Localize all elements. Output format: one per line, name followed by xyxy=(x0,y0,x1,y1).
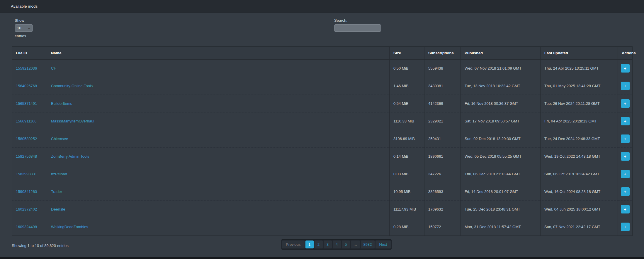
size-cell: 0.54 MiB xyxy=(390,95,424,112)
published-cell: Sat, 17 Nov 2018 09:50:57 GMT xyxy=(461,112,541,130)
last-updated-cell: Fri, 04 Apr 2025 20:28:13 GMT xyxy=(541,112,618,130)
actions-cell: + xyxy=(618,77,633,95)
column-header-subscriptions[interactable]: Subscriptions xyxy=(424,47,461,60)
pagination-page-button-4[interactable]: 4 xyxy=(333,240,341,248)
pagination-previous-button[interactable]: Previous xyxy=(282,240,305,248)
mod-name-link[interactable]: WalkingDeadZombies xyxy=(51,225,88,229)
table-row: 1590841260Trader10.95 MiB3826593Fri, 14 … xyxy=(12,183,633,201)
published-cell: Sun, 02 Dec 2018 13:29:30 GMT xyxy=(461,130,541,148)
mod-name-link[interactable]: Community-Online-Tools xyxy=(51,84,93,88)
last-updated-cell: Tue, 24 Dec 2024 22:48:33 GMT xyxy=(541,130,618,148)
published-cell: Thu, 06 Dec 2018 21:13:44 GMT xyxy=(461,165,541,183)
pagination-page-button-8982[interactable]: 8982 xyxy=(361,240,375,248)
entries-label: entries xyxy=(15,34,33,38)
mod-name-link[interactable]: ZomBerry Admin Tools xyxy=(51,154,89,159)
table-row: 1564026768Community-Online-Tools1.46 MiB… xyxy=(12,77,633,95)
file-id-cell: 1566911166 xyxy=(12,112,47,130)
last-updated-cell: Sun, 07 Nov 2021 22:42:17 GMT xyxy=(541,218,618,236)
file-id-cell: 1582756848 xyxy=(12,148,47,165)
last-updated-cell: Sun, 06 Oct 2019 18:34:42 GMT xyxy=(541,165,618,183)
mod-name-cell: MasssManyItemOverhaul xyxy=(47,112,390,130)
panel-header: Available mods xyxy=(0,0,644,13)
column-header-file-id[interactable]: File ID xyxy=(12,47,47,60)
file-id-cell: 1564026768 xyxy=(12,77,47,95)
last-updated-cell: Tue, 26 Nov 2024 20:11:28 GMT xyxy=(541,95,618,112)
show-label: Show xyxy=(15,18,33,23)
table-row: 1566911166MasssManyItemOverhaul1110.33 M… xyxy=(12,112,633,130)
add-mod-button[interactable]: + xyxy=(621,82,630,90)
column-header-name[interactable]: Name xyxy=(47,47,390,60)
add-mod-button[interactable]: + xyxy=(621,187,630,196)
column-header-published[interactable]: Published xyxy=(461,47,541,60)
column-header-actions[interactable]: Actions xyxy=(618,47,633,60)
table-row: 1602372402DeerIsle11117.93 MiB1709632Tue… xyxy=(12,201,633,218)
add-mod-button[interactable]: + xyxy=(621,64,630,73)
file-id-link[interactable]: 1590841260 xyxy=(16,189,37,194)
subscriptions-cell: 3826593 xyxy=(424,183,461,201)
column-header-size[interactable]: Size xyxy=(390,47,424,60)
file-id-link[interactable]: 1580589252 xyxy=(16,137,37,141)
add-mod-button[interactable]: + xyxy=(621,170,630,178)
file-id-link[interactable]: 1583993331 xyxy=(16,172,37,176)
showing-entries-text: Showing 1 to 10 of 89,820 entries xyxy=(12,243,69,248)
pagination-page-button-1[interactable]: 1 xyxy=(305,240,314,248)
subscriptions-cell: 2329021 xyxy=(424,112,461,130)
size-cell: 0.28 MiB xyxy=(390,218,424,236)
table-row: 1559212036CF0.50 MiB5559438Wed, 07 Nov 2… xyxy=(12,60,633,77)
chevron-down-icon: ⌄ xyxy=(27,26,31,30)
last-updated-cell: Wed, 04 Jun 2025 18:00:12 GMT xyxy=(541,201,618,218)
file-id-link[interactable]: 1582756848 xyxy=(16,154,37,159)
file-id-link[interactable]: 1565871491 xyxy=(16,101,37,106)
page-length-value: 10 xyxy=(17,26,21,30)
mod-name-link[interactable]: BuilderItems xyxy=(51,101,72,106)
table-header-row: File IDNameSizeSubscriptionsPublishedLas… xyxy=(12,47,633,60)
actions-cell: + xyxy=(618,183,633,201)
actions-cell: + xyxy=(618,165,633,183)
subscriptions-cell: 250431 xyxy=(424,130,461,148)
add-mod-button[interactable]: + xyxy=(621,99,630,108)
size-cell: 10.95 MiB xyxy=(390,183,424,201)
table-row: 1565871491BuilderItems0.54 MiB4142369Fri… xyxy=(12,95,633,112)
file-id-link[interactable]: 1609324498 xyxy=(16,225,37,229)
file-id-link[interactable]: 1602372402 xyxy=(16,207,37,211)
add-mod-button[interactable]: + xyxy=(621,223,630,231)
page-title: Available mods xyxy=(11,4,38,9)
file-id-cell: 1590841260 xyxy=(12,183,47,201)
file-id-link[interactable]: 1559212036 xyxy=(16,66,37,70)
pagination-page-button-2[interactable]: 2 xyxy=(315,240,323,248)
search-input[interactable] xyxy=(334,24,381,32)
mod-name-link[interactable]: Trader xyxy=(51,189,62,194)
actions-cell: + xyxy=(618,201,633,218)
table-row: 1609324498WalkingDeadZombies0.28 MiB1507… xyxy=(12,218,633,236)
add-mod-button[interactable]: + xyxy=(621,117,630,125)
page-length-select[interactable]: 10 ⌄ xyxy=(15,24,33,32)
mod-name-link[interactable]: Chiemsee xyxy=(51,137,68,141)
mod-name-cell: WalkingDeadZombies xyxy=(47,218,390,236)
mod-name-link[interactable]: bzReload xyxy=(51,172,67,176)
mod-name-link[interactable]: DeerIsle xyxy=(51,207,65,211)
mod-name-link[interactable]: CF xyxy=(51,66,56,70)
search-control: Search: xyxy=(334,18,381,32)
column-header-last-updated[interactable]: Last updated xyxy=(541,47,618,60)
published-cell: Fri, 14 Dec 2018 20:01:07 GMT xyxy=(461,183,541,201)
table-footer: Showing 1 to 10 of 89,820 entries Previo… xyxy=(12,243,632,259)
add-mod-button[interactable]: + xyxy=(621,134,630,143)
published-cell: Tue, 25 Dec 2018 23:48:31 GMT xyxy=(461,201,541,218)
mod-name-cell: ZomBerry Admin Tools xyxy=(47,148,390,165)
pagination-page-button-5[interactable]: 5 xyxy=(342,240,350,248)
mod-name-cell: bzReload xyxy=(47,165,390,183)
mod-name-link[interactable]: MasssManyItemOverhaul xyxy=(51,119,94,123)
add-mod-button[interactable]: + xyxy=(621,205,630,213)
file-id-link[interactable]: 1566911166 xyxy=(16,119,36,123)
actions-cell: + xyxy=(618,95,633,112)
pagination-next-button[interactable]: Next xyxy=(375,240,391,248)
size-cell: 1.46 MiB xyxy=(390,77,424,95)
mod-name-cell: BuilderItems xyxy=(47,95,390,112)
mod-name-cell: Chiemsee xyxy=(47,130,390,148)
pagination-page-button-3[interactable]: 3 xyxy=(324,240,332,248)
actions-cell: + xyxy=(618,148,633,165)
published-cell: Mon, 31 Dec 2018 11:57:42 GMT xyxy=(461,218,541,236)
subscriptions-cell: 150772 xyxy=(424,218,461,236)
file-id-link[interactable]: 1564026768 xyxy=(16,84,37,88)
add-mod-button[interactable]: + xyxy=(621,152,630,161)
